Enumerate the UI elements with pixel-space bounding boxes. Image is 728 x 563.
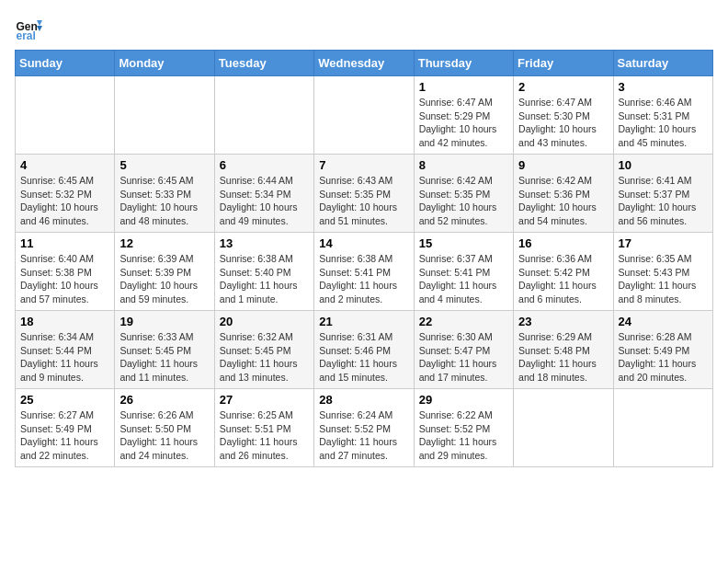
day-info: Sunrise: 6:41 AM Sunset: 5:37 PM Dayligh… <box>619 174 708 228</box>
day-cell: 25Sunrise: 6:27 AM Sunset: 5:49 PM Dayli… <box>16 389 115 467</box>
day-number: 23 <box>518 315 608 328</box>
day-cell: 2Sunrise: 6:47 AM Sunset: 5:30 PM Daylig… <box>514 76 613 155</box>
day-number: 19 <box>119 315 209 328</box>
day-info: Sunrise: 6:40 AM Sunset: 5:38 PM Dayligh… <box>20 252 109 306</box>
day-info: Sunrise: 6:22 AM Sunset: 5:52 PM Dayligh… <box>419 408 508 463</box>
day-cell: 1Sunrise: 6:47 AM Sunset: 5:29 PM Daylig… <box>414 76 513 155</box>
day-number: 4 <box>20 158 109 172</box>
day-number: 18 <box>20 315 109 328</box>
day-number: 26 <box>119 393 209 407</box>
header-thursday: Thursday <box>414 51 513 76</box>
day-cell: 23Sunrise: 6:29 AM Sunset: 5:48 PM Dayli… <box>514 311 613 389</box>
day-cell: 20Sunrise: 6:32 AM Sunset: 5:45 PM Dayli… <box>214 311 313 389</box>
day-cell: 12Sunrise: 6:39 AM Sunset: 5:39 PM Dayli… <box>115 233 214 311</box>
svg-marker-2 <box>37 20 42 26</box>
day-cell: 16Sunrise: 6:36 AM Sunset: 5:42 PM Dayli… <box>514 233 613 311</box>
day-info: Sunrise: 6:28 AM Sunset: 5:49 PM Dayligh… <box>619 330 708 385</box>
day-info: Sunrise: 6:27 AM Sunset: 5:49 PM Dayligh… <box>20 408 109 463</box>
day-number: 14 <box>319 236 408 250</box>
day-cell <box>16 76 115 155</box>
day-cell: 14Sunrise: 6:38 AM Sunset: 5:41 PM Dayli… <box>314 233 414 311</box>
day-info: Sunrise: 6:45 AM Sunset: 5:32 PM Dayligh… <box>20 174 109 228</box>
header: Gen eral <box>15 15 713 42</box>
day-cell <box>214 76 313 155</box>
day-info: Sunrise: 6:46 AM Sunset: 5:31 PM Dayligh… <box>619 96 708 150</box>
day-info: Sunrise: 6:47 AM Sunset: 5:30 PM Dayligh… <box>518 96 608 150</box>
day-cell: 7Sunrise: 6:43 AM Sunset: 5:35 PM Daylig… <box>314 155 414 233</box>
day-info: Sunrise: 6:26 AM Sunset: 5:50 PM Dayligh… <box>119 408 209 463</box>
day-number: 2 <box>518 80 608 94</box>
day-number: 21 <box>319 315 408 328</box>
day-number: 3 <box>619 80 708 94</box>
day-number: 9 <box>518 158 608 172</box>
day-info: Sunrise: 6:33 AM Sunset: 5:45 PM Dayligh… <box>119 330 209 385</box>
day-info: Sunrise: 6:42 AM Sunset: 5:36 PM Dayligh… <box>518 174 608 228</box>
day-cell: 9Sunrise: 6:42 AM Sunset: 5:36 PM Daylig… <box>514 155 613 233</box>
day-number: 1 <box>419 80 508 94</box>
day-cell: 17Sunrise: 6:35 AM Sunset: 5:43 PM Dayli… <box>613 233 712 311</box>
day-info: Sunrise: 6:24 AM Sunset: 5:52 PM Dayligh… <box>319 408 408 463</box>
header-friday: Friday <box>514 51 613 76</box>
day-number: 6 <box>220 158 309 172</box>
day-cell: 24Sunrise: 6:28 AM Sunset: 5:49 PM Dayli… <box>613 311 712 389</box>
day-number: 8 <box>419 158 508 172</box>
day-info: Sunrise: 6:34 AM Sunset: 5:44 PM Dayligh… <box>20 330 109 385</box>
day-number: 28 <box>319 393 408 407</box>
day-cell <box>613 389 712 467</box>
day-cell: 18Sunrise: 6:34 AM Sunset: 5:44 PM Dayli… <box>16 311 115 389</box>
day-info: Sunrise: 6:31 AM Sunset: 5:46 PM Dayligh… <box>319 330 408 385</box>
day-number: 15 <box>419 236 508 250</box>
day-cell: 21Sunrise: 6:31 AM Sunset: 5:46 PM Dayli… <box>314 311 414 389</box>
day-cell: 11Sunrise: 6:40 AM Sunset: 5:38 PM Dayli… <box>16 233 115 311</box>
day-cell: 29Sunrise: 6:22 AM Sunset: 5:52 PM Dayli… <box>414 389 513 467</box>
day-info: Sunrise: 6:37 AM Sunset: 5:41 PM Dayligh… <box>419 252 508 306</box>
day-cell: 28Sunrise: 6:24 AM Sunset: 5:52 PM Dayli… <box>314 389 414 467</box>
week-row-3: 18Sunrise: 6:34 AM Sunset: 5:44 PM Dayli… <box>16 311 713 389</box>
day-number: 24 <box>619 315 708 328</box>
header-wednesday: Wednesday <box>314 51 414 76</box>
day-info: Sunrise: 6:45 AM Sunset: 5:33 PM Dayligh… <box>119 174 209 228</box>
svg-marker-3 <box>37 26 42 31</box>
day-cell <box>314 76 414 155</box>
day-cell: 22Sunrise: 6:30 AM Sunset: 5:47 PM Dayli… <box>414 311 513 389</box>
day-info: Sunrise: 6:36 AM Sunset: 5:42 PM Dayligh… <box>518 252 608 306</box>
day-cell: 13Sunrise: 6:38 AM Sunset: 5:40 PM Dayli… <box>214 233 313 311</box>
day-number: 11 <box>20 236 109 250</box>
day-info: Sunrise: 6:42 AM Sunset: 5:35 PM Dayligh… <box>419 174 508 228</box>
calendar-header-row: SundayMondayTuesdayWednesdayThursdayFrid… <box>16 51 713 76</box>
week-row-1: 4Sunrise: 6:45 AM Sunset: 5:32 PM Daylig… <box>16 155 713 233</box>
day-info: Sunrise: 6:43 AM Sunset: 5:35 PM Dayligh… <box>319 174 408 228</box>
day-cell: 15Sunrise: 6:37 AM Sunset: 5:41 PM Dayli… <box>414 233 513 311</box>
week-row-2: 11Sunrise: 6:40 AM Sunset: 5:38 PM Dayli… <box>16 233 713 311</box>
day-cell <box>115 76 214 155</box>
day-cell: 5Sunrise: 6:45 AM Sunset: 5:33 PM Daylig… <box>115 155 214 233</box>
day-cell: 8Sunrise: 6:42 AM Sunset: 5:35 PM Daylig… <box>414 155 513 233</box>
day-number: 5 <box>119 158 209 172</box>
calendar-table: SundayMondayTuesdayWednesdayThursdayFrid… <box>15 50 713 467</box>
week-row-4: 25Sunrise: 6:27 AM Sunset: 5:49 PM Dayli… <box>16 389 713 467</box>
day-cell: 6Sunrise: 6:44 AM Sunset: 5:34 PM Daylig… <box>214 155 313 233</box>
header-monday: Monday <box>115 51 214 76</box>
day-cell <box>514 389 613 467</box>
day-info: Sunrise: 6:32 AM Sunset: 5:45 PM Dayligh… <box>220 330 309 385</box>
logo-icon: Gen eral <box>15 15 42 42</box>
header-sunday: Sunday <box>16 51 115 76</box>
day-number: 17 <box>619 236 708 250</box>
day-info: Sunrise: 6:35 AM Sunset: 5:43 PM Dayligh… <box>619 252 708 306</box>
day-number: 12 <box>119 236 209 250</box>
day-cell: 27Sunrise: 6:25 AM Sunset: 5:51 PM Dayli… <box>214 389 313 467</box>
day-info: Sunrise: 6:25 AM Sunset: 5:51 PM Dayligh… <box>220 408 309 463</box>
svg-text:eral: eral <box>17 29 36 42</box>
day-info: Sunrise: 6:29 AM Sunset: 5:48 PM Dayligh… <box>518 330 608 385</box>
day-cell: 26Sunrise: 6:26 AM Sunset: 5:50 PM Dayli… <box>115 389 214 467</box>
day-cell: 4Sunrise: 6:45 AM Sunset: 5:32 PM Daylig… <box>16 155 115 233</box>
day-info: Sunrise: 6:44 AM Sunset: 5:34 PM Dayligh… <box>220 174 309 228</box>
day-number: 10 <box>619 158 708 172</box>
day-number: 27 <box>220 393 309 407</box>
day-number: 22 <box>419 315 508 328</box>
day-info: Sunrise: 6:39 AM Sunset: 5:39 PM Dayligh… <box>119 252 209 306</box>
day-number: 25 <box>20 393 109 407</box>
header-saturday: Saturday <box>613 51 712 76</box>
week-row-0: 1Sunrise: 6:47 AM Sunset: 5:29 PM Daylig… <box>16 76 713 155</box>
header-tuesday: Tuesday <box>214 51 313 76</box>
